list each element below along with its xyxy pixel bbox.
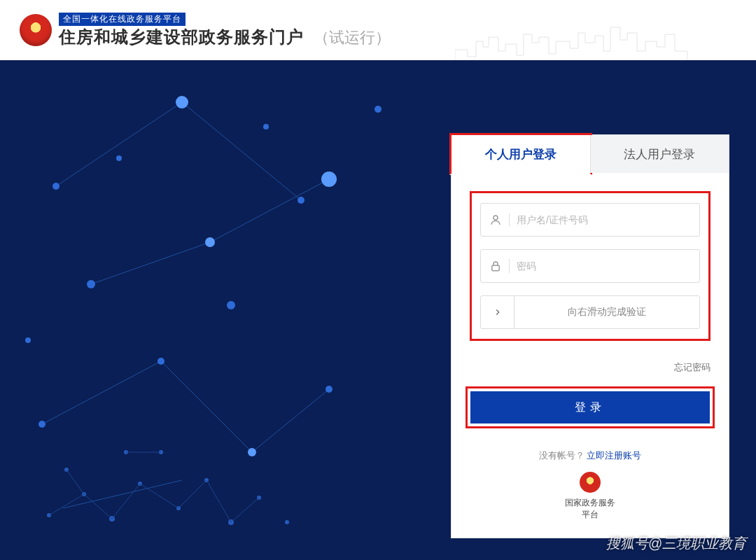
svg-point-41 — [374, 106, 382, 113]
tab-personal-label: 个人用户登录 — [485, 146, 556, 162]
page-header: 全国一体化在线政务服务平台 住房和城乡建设部政务服务门户 （试运行） — [0, 0, 756, 60]
signup-row: 没有帐号？ 立即注册账号 — [451, 434, 729, 468]
login-button-highlight: 登录 — [465, 386, 715, 428]
svg-point-44 — [493, 216, 498, 220]
svg-line-6 — [252, 389, 329, 452]
national-emblem-icon — [20, 14, 52, 46]
tab-corporate-label: 法人用户登录 — [624, 146, 695, 162]
svg-line-7 — [63, 480, 182, 508]
login-form: 向右滑动完成验证 — [451, 173, 729, 354]
svg-line-25 — [231, 498, 259, 522]
slider-handle[interactable] — [481, 296, 514, 328]
svg-point-36 — [158, 358, 164, 365]
svg-point-16 — [285, 520, 289, 524]
login-tabs: 个人用户登录 法人用户登录 — [451, 135, 729, 173]
svg-point-39 — [116, 155, 122, 161]
tab-personal-login[interactable]: 个人用户登录 — [449, 133, 592, 175]
svg-line-22 — [140, 484, 178, 508]
gov-platform-label: 国家政务服务 平台 — [565, 497, 615, 521]
svg-line-23 — [178, 480, 206, 508]
svg-line-5 — [161, 361, 252, 452]
svg-point-29 — [176, 96, 188, 108]
svg-line-3 — [210, 179, 329, 242]
svg-point-42 — [25, 337, 31, 343]
svg-point-31 — [52, 183, 59, 190]
slider-instruction: 向右滑动完成验证 — [514, 306, 699, 318]
lock-icon — [489, 260, 502, 272]
form-highlight-box: 向右滑动完成验证 — [470, 191, 710, 341]
forgot-row: 忘记密码 — [451, 354, 729, 374]
svg-line-4 — [42, 361, 161, 424]
site-title: 住房和城乡建设部政务服务门户 — [59, 26, 304, 48]
svg-line-21 — [112, 484, 140, 519]
captcha-slider[interactable]: 向右滑动完成验证 — [480, 295, 700, 329]
user-icon — [489, 214, 502, 226]
svg-point-32 — [87, 280, 95, 288]
no-account-text: 没有帐号？ — [539, 450, 584, 461]
password-input[interactable] — [517, 260, 691, 272]
svg-point-30 — [321, 172, 337, 187]
svg-point-34 — [298, 197, 304, 204]
password-field-wrap — [480, 249, 700, 283]
hero-section: 个人用户登录 法人用户登录 — [0, 60, 756, 560]
username-field-wrap — [480, 203, 700, 237]
svg-line-0 — [56, 102, 182, 186]
national-emblem-small-icon — [580, 472, 601, 493]
svg-line-26 — [66, 470, 84, 494]
login-card: 个人用户登录 法人用户登录 — [451, 134, 729, 538]
svg-point-33 — [205, 237, 215, 247]
svg-line-2 — [91, 242, 210, 284]
gov-platform-block[interactable]: 国家政务服务 平台 — [451, 468, 729, 538]
field-separator — [509, 213, 510, 227]
trial-tag: （试运行） — [314, 27, 391, 48]
chevron-right-icon — [493, 307, 503, 317]
forgot-password-link[interactable]: 忘记密码 — [674, 362, 710, 372]
svg-line-1 — [182, 102, 301, 200]
skyline-decoration-icon — [455, 25, 756, 60]
svg-point-40 — [263, 124, 269, 130]
svg-point-43 — [227, 301, 235, 309]
svg-line-24 — [206, 480, 231, 522]
svg-point-38 — [326, 386, 332, 393]
field-separator — [509, 259, 510, 273]
tab-corporate-login[interactable]: 法人用户登录 — [590, 135, 729, 173]
header-title-block: 全国一体化在线政务服务平台 住房和城乡建设部政务服务门户 （试运行） — [59, 13, 391, 48]
register-link[interactable]: 立即注册账号 — [587, 450, 641, 461]
svg-point-37 — [248, 448, 256, 456]
username-input[interactable] — [517, 214, 691, 225]
login-button[interactable]: 登录 — [470, 391, 710, 424]
svg-point-35 — [38, 421, 46, 428]
svg-rect-45 — [492, 265, 500, 271]
platform-badge: 全国一体化在线政务服务平台 — [59, 13, 186, 26]
